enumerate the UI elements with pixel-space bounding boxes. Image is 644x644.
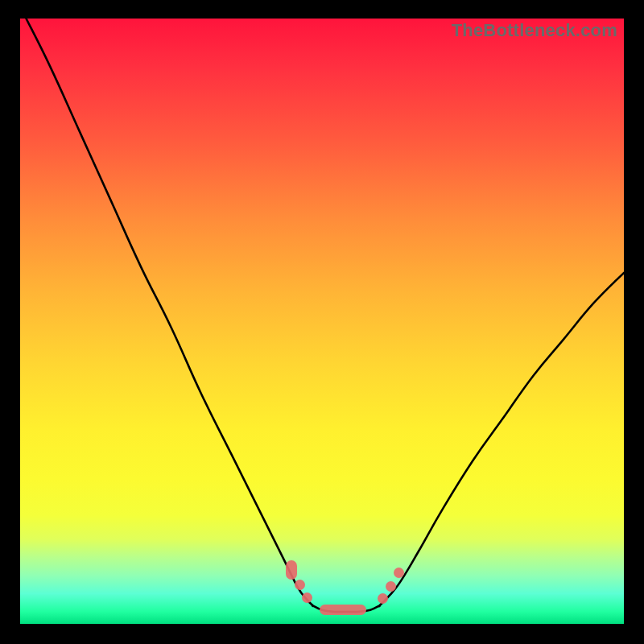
marker-right-inner (378, 593, 388, 604)
curve-path (27, 19, 625, 612)
marker-right-outer (394, 568, 404, 578)
marker-left-inner (302, 592, 312, 603)
chart-plot-area: TheBottleneck.com (20, 19, 624, 624)
marker-left-outer (286, 560, 297, 580)
bottleneck-curve (20, 19, 624, 624)
marker-flat-bar (320, 605, 366, 615)
marker-right-mid (386, 581, 396, 592)
